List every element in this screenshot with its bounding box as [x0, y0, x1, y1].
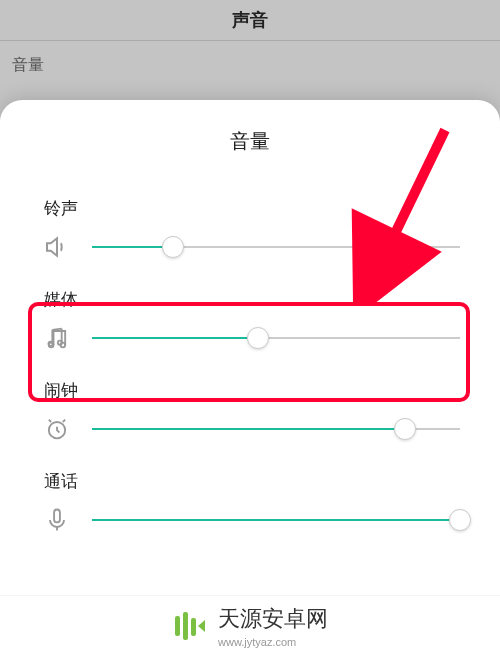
watermark-title: 天源安卓网: [218, 604, 328, 634]
volume-row-media: 媒体: [0, 282, 500, 373]
media-label: 媒体: [44, 288, 460, 311]
svg-rect-9: [191, 618, 196, 636]
watermark: 天源安卓网 www.jytyaz.com: [0, 595, 500, 655]
svg-rect-8: [183, 612, 188, 640]
ringtone-label: 铃声: [44, 197, 460, 220]
microphone-icon: [40, 503, 74, 537]
volume-row-call: 通话: [0, 464, 500, 555]
watermark-url: www.jytyaz.com: [218, 636, 328, 648]
alarm-slider[interactable]: [92, 417, 460, 441]
svg-point-2: [48, 342, 52, 346]
bg-section-label: 音量: [0, 41, 500, 84]
watermark-logo-icon: [172, 608, 208, 644]
clock-icon: [40, 412, 74, 446]
modal-title: 音量: [0, 128, 500, 155]
page-title: 声音: [232, 8, 268, 32]
media-slider[interactable]: [92, 326, 460, 350]
svg-rect-5: [54, 510, 60, 523]
volume-row-alarm: 闹钟: [0, 373, 500, 464]
speaker-icon: [40, 230, 74, 264]
page-header: 声音: [0, 0, 500, 40]
call-label: 通话: [44, 470, 460, 493]
alarm-label: 闹钟: [44, 379, 460, 402]
svg-point-3: [58, 341, 62, 345]
svg-rect-7: [175, 616, 180, 636]
music-note-icon: [40, 321, 74, 355]
call-slider[interactable]: [92, 508, 460, 532]
volume-modal: 音量 铃声 媒体: [0, 100, 500, 655]
volume-row-ringtone: 铃声: [0, 191, 500, 282]
ringtone-slider[interactable]: [92, 235, 460, 259]
